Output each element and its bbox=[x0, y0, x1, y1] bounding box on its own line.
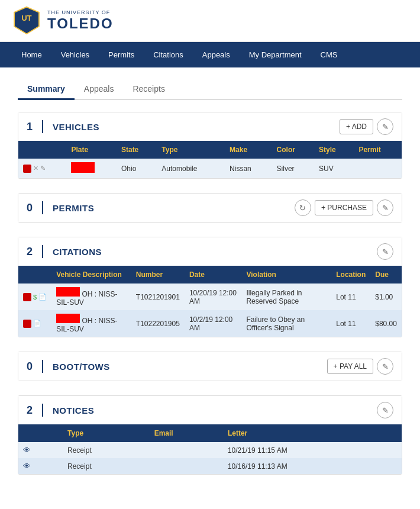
add-vehicle-button[interactable]: + ADD bbox=[340, 119, 373, 134]
citation-pay-icon[interactable]: $ bbox=[33, 294, 37, 301]
citation-number: T1021201901 bbox=[131, 284, 185, 310]
notice-letter: 10/21/19 11:15 AM bbox=[223, 442, 402, 458]
notice-type-2: Receipt bbox=[63, 458, 150, 474]
vehicle-permit bbox=[354, 159, 402, 178]
purchase-permit-button[interactable]: + PURCHASE bbox=[315, 200, 373, 215]
table-row: 📄 OH : NISS-SIL-SUV T1022201905 10/2/19 … bbox=[18, 310, 402, 337]
notices-edit-icon[interactable]: ✎ bbox=[377, 402, 393, 418]
notices-count: 2 bbox=[27, 404, 33, 417]
citation-status-icon bbox=[23, 293, 31, 301]
notices-col-icon bbox=[18, 424, 63, 442]
nav-appeals[interactable]: Appeals bbox=[193, 42, 240, 67]
tab-receipts[interactable]: Receipts bbox=[123, 79, 174, 99]
citations-col-due: Due bbox=[370, 266, 402, 284]
citation-doc-icon-2[interactable]: 📄 bbox=[33, 320, 41, 327]
citation-plate-redacted-2 bbox=[56, 314, 80, 323]
university-name: THE UNIVERSITY OF bbox=[47, 9, 114, 15]
nav-my-department[interactable]: My Department bbox=[240, 42, 311, 67]
citation-due: $1.00 bbox=[370, 284, 402, 310]
vehicles-count: 1 bbox=[27, 121, 33, 133]
notices-title: 2 NOTICES bbox=[27, 404, 94, 417]
boot-tows-section: 0 BOOT/TOWS + PAY ALL ✎ bbox=[18, 352, 402, 381]
citation-due-2: $80.00 bbox=[370, 310, 402, 337]
permits-title: 0 PERMITS bbox=[27, 201, 94, 214]
main-nav: Home Vehicles Permits Citations Appeals … bbox=[0, 42, 420, 67]
vehicle-row-icons: ✕ ✎ bbox=[18, 159, 66, 178]
nav-cms[interactable]: CMS bbox=[311, 42, 347, 67]
citations-col-actions bbox=[18, 266, 51, 284]
vehicle-delete-icon[interactable]: ✕ bbox=[33, 165, 38, 172]
citations-section: 2 CITATIONS ✎ Vehicle Description Number… bbox=[18, 237, 402, 337]
citation-number-2: T1022201905 bbox=[131, 310, 185, 337]
nav-home[interactable]: Home bbox=[12, 42, 51, 67]
citation-violation-2: Failure to Obey an Officer's Signal bbox=[241, 310, 331, 337]
notice-email bbox=[150, 442, 223, 458]
vehicles-col-permit: Permit bbox=[354, 141, 402, 159]
notice-row-icon: 👁 bbox=[18, 442, 63, 458]
vehicles-section: 1 VEHICLES + ADD ✎ Plate State Type Make… bbox=[18, 112, 402, 179]
vehicles-col-make: Make bbox=[225, 141, 272, 159]
tab-appeals[interactable]: Appeals bbox=[75, 79, 124, 99]
table-row: 👁 Receipt 10/21/19 11:15 AM bbox=[18, 442, 402, 458]
table-row: ✕ ✎ Ohio Automobile Nissan Silver SUV bbox=[18, 159, 402, 178]
notices-section: 2 NOTICES ✎ Type Email Letter 👁 bbox=[18, 395, 402, 475]
citations-table: Vehicle Description Number Date Violatio… bbox=[18, 266, 402, 337]
citations-edit-icon[interactable]: ✎ bbox=[377, 243, 393, 260]
boot-tows-title: 0 BOOT/TOWS bbox=[27, 360, 110, 373]
citations-label: CITATIONS bbox=[53, 247, 102, 257]
vehicle-status-icon bbox=[23, 165, 31, 173]
nav-citations[interactable]: Citations bbox=[144, 42, 193, 67]
citations-col-violation: Violation bbox=[241, 266, 331, 284]
permits-count: 0 bbox=[27, 202, 33, 214]
vehicle-edit-icon[interactable]: ✎ bbox=[40, 165, 46, 172]
pay-all-button[interactable]: + PAY ALL bbox=[327, 359, 373, 374]
vehicle-style: SUV bbox=[314, 159, 354, 178]
vehicles-actions: + ADD ✎ bbox=[340, 118, 393, 135]
citations-actions: ✎ bbox=[377, 243, 393, 260]
notice-email-2 bbox=[150, 458, 223, 474]
notices-table: Type Email Letter 👁 Receipt 10/21/19 11:… bbox=[18, 424, 402, 474]
citations-count: 2 bbox=[27, 246, 33, 258]
notice-view-icon-2[interactable]: 👁 bbox=[23, 462, 31, 471]
notices-actions: ✎ bbox=[377, 402, 393, 418]
notice-type: Receipt bbox=[63, 442, 150, 458]
vehicles-col-state: State bbox=[117, 141, 157, 159]
notices-divider bbox=[42, 404, 43, 417]
citation-status-icon-2 bbox=[23, 320, 31, 328]
vehicle-color: Silver bbox=[272, 159, 314, 178]
boot-tows-edit-icon[interactable]: ✎ bbox=[377, 358, 393, 375]
vehicles-col-type: Type bbox=[157, 141, 225, 159]
notices-header: 2 NOTICES ✎ bbox=[18, 396, 402, 424]
boot-tows-divider bbox=[42, 360, 43, 373]
permits-label: PERMITS bbox=[53, 203, 94, 213]
vehicle-state: Ohio bbox=[117, 159, 157, 178]
citation-date-2: 10/2/19 12:00 AM bbox=[185, 310, 242, 337]
citations-col-desc: Vehicle Description bbox=[51, 266, 131, 284]
tab-summary[interactable]: Summary bbox=[18, 79, 75, 100]
notices-col-email: Email bbox=[150, 424, 223, 442]
vehicles-label: VEHICLES bbox=[53, 122, 99, 132]
notice-letter-2: 10/16/19 11:13 AM bbox=[223, 458, 402, 474]
notice-view-icon[interactable]: 👁 bbox=[23, 446, 31, 455]
boot-tows-header: 0 BOOT/TOWS + PAY ALL ✎ bbox=[18, 352, 402, 381]
permits-refresh-icon[interactable]: ↻ bbox=[295, 199, 311, 216]
citation-doc-icon[interactable]: 📄 bbox=[38, 293, 47, 301]
citation-row-icons-2: 📄 bbox=[18, 310, 51, 337]
nav-permits[interactable]: Permits bbox=[99, 42, 144, 67]
vehicles-col-actions bbox=[18, 141, 66, 159]
nav-vehicles[interactable]: Vehicles bbox=[51, 42, 99, 67]
citations-col-number: Number bbox=[131, 266, 185, 284]
permits-edit-icon[interactable]: ✎ bbox=[377, 199, 393, 216]
vehicles-edit-icon[interactable]: ✎ bbox=[377, 118, 393, 135]
permits-actions: ↻ + PURCHASE ✎ bbox=[295, 199, 393, 216]
vehicles-divider bbox=[42, 120, 43, 133]
citations-title: 2 CITATIONS bbox=[27, 245, 102, 258]
citations-header: 2 CITATIONS ✎ bbox=[18, 237, 402, 266]
university-logo: UT bbox=[12, 6, 41, 36]
permits-header: 0 PERMITS ↻ + PURCHASE ✎ bbox=[18, 194, 402, 222]
vehicle-type: Automobile bbox=[157, 159, 225, 178]
citations-divider bbox=[42, 245, 43, 258]
vehicles-col-plate: Plate bbox=[66, 141, 116, 159]
plate-redacted bbox=[71, 162, 95, 173]
permits-section: 0 PERMITS ↻ + PURCHASE ✎ bbox=[18, 193, 402, 223]
